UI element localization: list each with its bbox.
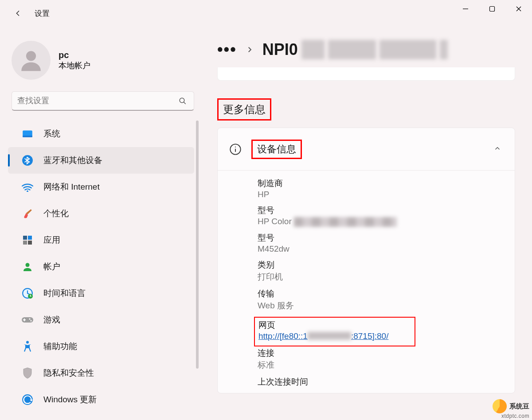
sidebar-item-label: 辅助功能 [43,341,77,352]
transport-value: Web 服务 [258,300,515,311]
svg-point-15 [26,263,30,267]
user-name: pc [59,50,90,60]
avatar [12,41,51,80]
blurred-text [379,40,436,59]
search-box[interactable] [12,91,194,111]
breadcrumb[interactable]: ••• NPI0 [217,40,515,59]
sidebar-item-label: 游戏 [43,314,60,326]
svg-rect-13 [23,241,27,245]
account-type: 本地帐户 [59,60,90,71]
svg-point-5 [180,98,184,103]
webpage-label: 网页 [258,319,411,331]
sidebar-scrollbar[interactable] [196,121,199,369]
blurred-text [440,40,448,59]
watermark: 系统豆 xtdptc.com [493,399,529,419]
back-button[interactable] [9,4,27,22]
device-info-header[interactable]: 设备信息 [218,128,515,171]
manufacturer-value: HP [258,190,515,199]
svg-point-24 [235,146,236,147]
clock-icon [21,287,34,299]
sidebar-item-label: 时间和语言 [43,288,86,299]
maximize-button[interactable] [479,0,505,18]
svg-rect-11 [23,236,27,240]
window-title: 设置 [35,8,50,19]
sidebar-item-time[interactable]: 时间和语言 [8,280,194,307]
update-icon [21,393,34,406]
sidebar-item-label: 系统 [43,128,60,140]
accessibility-icon [21,340,34,353]
last-connected-label: 上次连接时间 [258,376,515,388]
svg-point-19 [29,318,30,319]
model1-label: 型号 [258,205,515,216]
breadcrumb-ellipsis[interactable]: ••• [217,40,237,59]
blurred-text [294,217,397,227]
sidebar-item-bluetooth[interactable]: 蓝牙和其他设备 [8,147,194,174]
sidebar-item-label: Windows 更新 [43,394,97,405]
sidebar-item-network[interactable]: 网络和 Internet [8,174,194,200]
svg-rect-8 [23,136,32,137]
network-icon [21,181,34,193]
model2-value: M452dw [258,244,515,254]
sidebar-item-accounts[interactable]: 帐户 [8,253,194,280]
device-info-title: 设备信息 [257,144,296,155]
chevron-right-icon [246,46,254,54]
svg-point-20 [30,320,31,321]
user-profile[interactable]: pc 本地帐户 [0,35,204,91]
category-value: 打印机 [258,271,515,283]
apps-icon [21,234,34,246]
shield-icon [21,367,34,379]
webpage-value: http://[fe80::1:8715]:80/ [258,331,411,341]
header-strip [217,67,515,81]
sidebar-item-label: 应用 [43,234,60,246]
sidebar-item-apps[interactable]: 应用 [8,227,194,253]
sidebar-item-system[interactable]: 系统 [8,121,194,147]
webpage-link[interactable]: http://[fe80::1:8715]:80/ [258,331,388,341]
blurred-text [301,40,325,59]
search-icon [177,95,188,107]
system-icon [21,128,34,140]
sidebar-item-label: 隐私和安全性 [43,367,94,379]
chevron-up-icon [493,144,501,154]
svg-point-10 [27,191,28,192]
svg-rect-1 [490,7,495,12]
sidebar-item-accessibility[interactable]: 辅助功能 [8,333,194,360]
gamepad-icon [21,314,34,326]
manufacturer-label: 制造商 [258,178,515,189]
svg-point-4 [26,51,36,61]
search-input[interactable] [17,96,177,105]
svg-point-21 [26,341,29,344]
close-button[interactable] [505,0,532,18]
model2-label: 型号 [258,232,515,244]
sidebar-item-label: 帐户 [43,261,60,272]
sidebar-item-gaming[interactable]: 游戏 [8,307,194,333]
more-info-title: 更多信息 [217,98,271,121]
watermark-logo [493,399,507,413]
connection-label: 连接 [258,347,515,359]
breadcrumb-device-name: NPI0 [262,40,448,59]
category-label: 类别 [258,259,515,271]
connection-value: 标准 [258,359,515,371]
device-info-card: 设备信息 制造商 HP 型号 HP Color [217,128,515,393]
blurred-text [308,332,351,340]
svg-rect-12 [28,236,32,240]
sidebar-item-personalization[interactable]: 个性化 [8,200,194,227]
webpage-box: 网页 http://[fe80::1:8715]:80/ [254,317,415,346]
model1-value: HP Color [258,217,515,227]
bluetooth-icon [21,154,34,167]
transport-label: 传输 [258,288,515,299]
minimize-button[interactable] [452,0,479,18]
sidebar-item-privacy[interactable]: 隐私和安全性 [8,360,194,386]
person-icon [21,261,34,273]
sidebar-item-label: 蓝牙和其他设备 [43,155,102,166]
blurred-text [328,40,376,59]
sidebar-item-label: 网络和 Internet [43,181,100,193]
svg-line-6 [184,102,186,104]
sidebar-item-update[interactable]: Windows 更新 [8,386,194,413]
sidebar-item-label: 个性化 [43,208,69,219]
svg-rect-14 [28,241,32,245]
info-icon [228,142,243,156]
brush-icon [21,207,34,220]
